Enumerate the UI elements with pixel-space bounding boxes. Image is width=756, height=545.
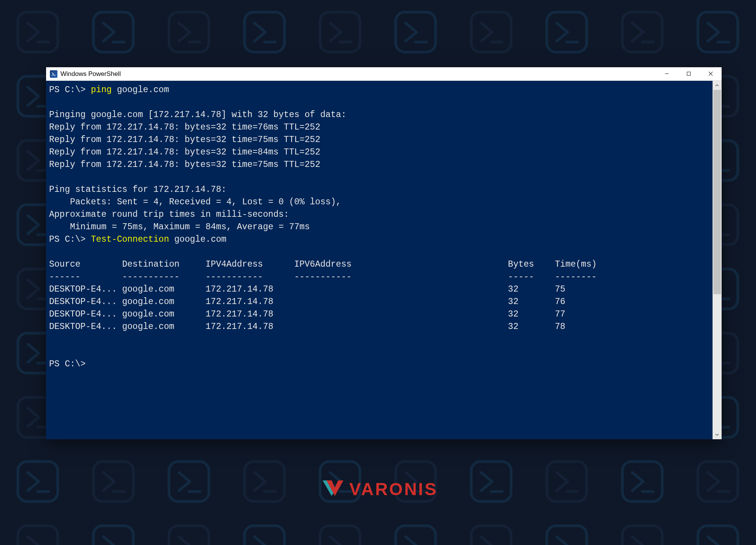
ping-header: Pinging google.com [172.217.14.78] with … (49, 110, 346, 120)
maximize-button[interactable] (678, 67, 700, 80)
ping-reply-3: Reply from 172.217.14.78: bytes=32 time=… (49, 147, 320, 157)
table-separator: ------ ----------- ----------- ---------… (49, 272, 597, 282)
svg-rect-178 (698, 526, 738, 545)
table-row: DESKTOP-E4... google.com 172.217.14.78 3… (49, 309, 565, 319)
brand-name: VARONIS (349, 479, 438, 499)
svg-rect-176 (622, 526, 662, 545)
close-button[interactable] (700, 67, 722, 80)
minimize-button[interactable] (656, 67, 678, 80)
prompt-1-prefix: PS C:\> (49, 85, 91, 95)
svg-rect-160 (18, 526, 58, 545)
terminal-output[interactable]: PS C:\> ping google.com Pinging google.c… (46, 81, 713, 439)
terminal-wrap: PS C:\> ping google.com Pinging google.c… (46, 81, 722, 439)
prompt-3: PS C:\> (49, 359, 86, 369)
close-icon (708, 71, 713, 77)
ping-reply-4: Reply from 172.217.14.78: bytes=32 time=… (49, 160, 320, 170)
svg-rect-162 (93, 526, 133, 545)
window-controls (656, 67, 722, 80)
svg-rect-166 (244, 526, 284, 545)
scroll-thumb[interactable] (713, 90, 721, 294)
svg-rect-172 (471, 526, 511, 545)
scroll-down-arrow-icon[interactable] (713, 430, 722, 439)
prompt-2-prefix: PS C:\> (49, 235, 91, 244)
window-title: Windows PowerShell (60, 70, 121, 78)
prompt-1-arg: google.com (112, 85, 169, 95)
scroll-track[interactable] (713, 90, 722, 430)
svg-rect-164 (169, 526, 209, 545)
svg-rect-174 (547, 526, 587, 545)
varonis-logo-icon (318, 478, 345, 500)
ping-stats-header: Ping statistics for 172.217.14.78: (49, 185, 226, 195)
prompt-2-arg: google.com (169, 235, 226, 244)
powershell-window: Windows PowerShell PS C:\> ping google.c… (46, 67, 722, 439)
titlebar[interactable]: Windows PowerShell (46, 67, 722, 81)
svg-rect-168 (320, 526, 360, 545)
titlebar-left: Windows PowerShell (50, 70, 121, 78)
powershell-icon (50, 70, 57, 78)
table-row: DESKTOP-E4... google.com 172.217.14.78 3… (49, 297, 565, 307)
ping-stats-packets: Packets: Sent = 4, Received = 4, Lost = … (49, 197, 341, 207)
svg-rect-170 (396, 526, 436, 545)
table-row: DESKTOP-E4... google.com 172.217.14.78 3… (49, 284, 565, 294)
table-row: DESKTOP-E4... google.com 172.217.14.78 3… (49, 322, 565, 332)
svg-rect-182 (687, 72, 691, 75)
prompt-1-command: ping (91, 85, 111, 95)
ping-stats-rtt: Minimum = 75ms, Maximum = 84ms, Average … (49, 222, 310, 232)
scroll-up-arrow-icon[interactable] (713, 81, 722, 90)
brand-logo-block: VARONIS (318, 478, 438, 500)
ping-reply-1: Reply from 172.217.14.78: bytes=32 time=… (49, 122, 320, 132)
scrollbar[interactable] (713, 81, 722, 439)
table-header: Source Destination IPV4Address IPV6Addre… (49, 259, 597, 269)
prompt-2-command: Test-Connection (91, 235, 169, 244)
ping-reply-2: Reply from 172.217.14.78: bytes=32 time=… (49, 135, 320, 145)
minimize-icon (665, 71, 669, 77)
ping-stats-rtt-header: Approximate round trip times in milli-se… (49, 210, 289, 219)
maximize-icon (686, 71, 691, 77)
